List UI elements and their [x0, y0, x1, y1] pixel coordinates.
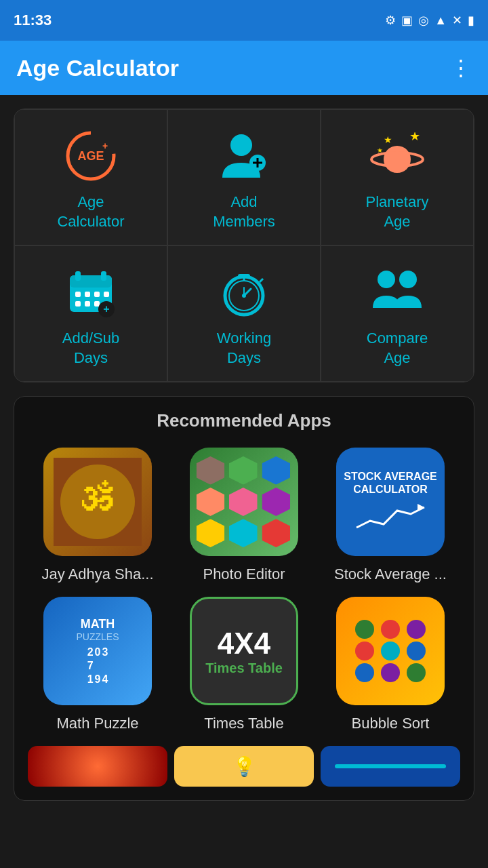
times-table-icon: 4X4 Times Table	[190, 597, 298, 705]
app-title: Age Calculator	[16, 55, 179, 81]
photo-editor-icon	[190, 448, 298, 556]
svg-text:★: ★	[384, 134, 392, 145]
partial-icon-2[interactable]: 💡	[174, 746, 314, 787]
main-content: AGE + Age Calculator	[0, 95, 488, 814]
notification-icon: ◎	[418, 13, 429, 28]
apps-grid-row1: 🕉 Jay Adhya Sha...	[28, 448, 460, 583]
data-icon: ✕	[452, 13, 462, 28]
signal-icon: ▲	[434, 14, 447, 28]
recommended-apps-container: Recommended Apps 🕉 Jay Adhya Sha...	[14, 396, 474, 801]
svg-rect-16	[75, 292, 81, 297]
add-members-label: Add Members	[213, 193, 275, 231]
feature-cell-planetary-age[interactable]: ★ ★ ★ Planetary Age	[321, 109, 474, 245]
times-table-label: Times Table	[204, 715, 283, 732]
svg-point-7	[384, 146, 411, 173]
planetary-age-label: Planetary Age	[366, 193, 429, 231]
age-calculator-label: Age Calculator	[57, 193, 124, 231]
svg-text:🕉: 🕉	[80, 477, 115, 516]
svg-text:AGE: AGE	[77, 149, 104, 163]
feature-grid: AGE + Age Calculator	[14, 109, 474, 382]
svg-rect-27	[238, 274, 250, 278]
svg-rect-15	[101, 271, 106, 281]
compare-age-icon	[370, 265, 424, 319]
svg-line-32	[260, 279, 263, 282]
sim-icon: ▣	[401, 13, 413, 28]
add-sub-days-icon: +	[64, 265, 118, 319]
svg-rect-22	[94, 301, 100, 307]
working-days-icon	[217, 265, 271, 319]
apps-grid-row2: MATH PUZZLES 203 7 194 Math Puzzle 4X4 T…	[28, 597, 460, 732]
app-item-jay-adhya-sha[interactable]: 🕉 Jay Adhya Sha...	[28, 448, 167, 583]
add-members-icon	[217, 129, 271, 183]
svg-rect-17	[85, 292, 90, 297]
jay-adhya-sha-icon: 🕉	[43, 448, 152, 556]
svg-rect-14	[75, 271, 81, 281]
app-item-math-puzzle[interactable]: MATH PUZZLES 203 7 194 Math Puzzle	[28, 597, 167, 732]
svg-text:★: ★	[409, 132, 420, 143]
svg-text:★: ★	[377, 146, 383, 154]
svg-rect-19	[104, 292, 109, 297]
feature-cell-compare-age[interactable]: Compare Age	[321, 245, 474, 382]
app-item-stock-average[interactable]: STOCK AVERAGE CALCULATOR Stock Average .…	[321, 448, 460, 583]
partial-icon-1[interactable]	[28, 746, 167, 787]
overflow-menu-icon[interactable]: ⋮	[450, 55, 472, 81]
feature-grid-container: AGE + Age Calculator	[14, 108, 474, 382]
svg-point-33	[378, 271, 395, 288]
app-item-photo-editor[interactable]: Photo Editor	[174, 448, 314, 583]
math-puzzle-label: Math Puzzle	[56, 715, 138, 732]
stock-average-icon: STOCK AVERAGE CALCULATOR	[336, 448, 445, 556]
bubble-sort-icon	[336, 597, 445, 705]
svg-point-31	[242, 294, 246, 298]
svg-rect-20	[75, 301, 81, 307]
feature-cell-add-sub-days[interactable]: + Add/Sub Days	[14, 245, 167, 382]
age-calculator-icon: AGE +	[64, 129, 118, 183]
planetary-age-icon: ★ ★ ★	[370, 129, 424, 183]
status-icons: ⚙ ▣ ◎ ▲ ✕ ▮	[385, 13, 474, 28]
feature-cell-add-members[interactable]: Add Members	[167, 109, 321, 245]
svg-rect-21	[85, 301, 90, 307]
stock-average-label: Stock Average ...	[334, 566, 447, 583]
svg-text:+: +	[102, 140, 108, 151]
recommended-apps-title: Recommended Apps	[28, 410, 460, 431]
bubble-sort-label: Bubble Sort	[352, 715, 430, 732]
svg-point-3	[230, 134, 252, 156]
svg-rect-18	[94, 292, 100, 297]
bottom-partial-row: 💡	[28, 746, 460, 787]
svg-text:+: +	[103, 303, 109, 315]
working-days-label: Working Days	[217, 329, 271, 368]
add-sub-days-label: Add/Sub Days	[62, 329, 119, 368]
status-time: 11:33	[14, 12, 52, 29]
settings-icon: ⚙	[385, 13, 396, 28]
photo-editor-label: Photo Editor	[203, 566, 285, 583]
svg-point-34	[399, 271, 417, 288]
battery-icon: ▮	[468, 13, 474, 28]
jay-adhya-sha-label: Jay Adhya Sha...	[41, 566, 153, 583]
feature-cell-age-calculator[interactable]: AGE + Age Calculator	[14, 109, 167, 245]
math-puzzle-icon: MATH PUZZLES 203 7 194	[43, 597, 152, 705]
app-item-bubble-sort[interactable]: Bubble Sort	[321, 597, 460, 732]
feature-cell-working-days[interactable]: Working Days	[167, 245, 321, 382]
partial-icon-3[interactable]	[321, 746, 460, 787]
compare-age-label: Compare Age	[367, 329, 428, 368]
app-item-times-table[interactable]: 4X4 Times Table Times Table	[174, 597, 314, 732]
status-bar: 11:33 ⚙ ▣ ◎ ▲ ✕ ▮	[0, 0, 488, 41]
app-bar: Age Calculator ⋮	[0, 41, 488, 95]
